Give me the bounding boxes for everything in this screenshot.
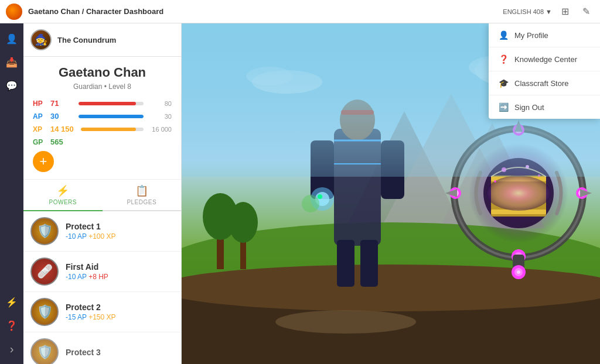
ap-bar-fill xyxy=(79,115,144,118)
ap-label: AP xyxy=(33,112,50,121)
hp-value: 71 xyxy=(50,99,74,108)
svg-point-29 xyxy=(302,195,319,212)
profile-icon: 👤 xyxy=(498,30,509,40)
svg-point-32 xyxy=(513,124,524,136)
pledges-tab-icon: 📋 xyxy=(135,184,149,197)
nav-help[interactable]: ❓ xyxy=(1,315,22,336)
xp-bar-fill xyxy=(81,128,136,131)
svg-point-53 xyxy=(494,180,496,183)
ap-value: 30 xyxy=(50,112,74,121)
xp-bar-bg xyxy=(81,128,144,131)
sidebar: 🧙 The Conundrum Gaetano Chan Guardian • … xyxy=(23,23,182,364)
svg-rect-17 xyxy=(334,129,381,246)
add-button[interactable]: + xyxy=(33,151,54,172)
breadcrumb-character[interactable]: Gaetano Chan xyxy=(28,7,80,16)
user-menu-button[interactable]: ✎ xyxy=(578,4,594,20)
svg-point-33 xyxy=(515,126,522,133)
svg-point-50 xyxy=(502,167,506,172)
hp-max: 80 xyxy=(148,100,172,107)
power-item-firstaid[interactable]: 🩹 First Aid -10 AP +8 HP xyxy=(23,252,181,292)
svg-rect-24 xyxy=(337,240,354,287)
hp-bar-fill xyxy=(79,102,136,105)
svg-point-23 xyxy=(318,194,322,199)
dropdown-label-signout: Sign Out xyxy=(514,103,544,112)
cost-ap-firstaid: -10 AP xyxy=(66,273,87,281)
app-logo xyxy=(6,4,22,20)
main-layout: 👤 📥 💬 ⚡ ❓ › 🧙 The Conundrum Gaetano Chan… xyxy=(0,23,600,364)
dropdown-item-store[interactable]: 🎓 Classcraft Store xyxy=(489,71,600,95)
power-item-protect2[interactable]: 🛡️ Protect 2 -15 AP +150 XP xyxy=(23,292,181,332)
cost-ap-protect1: -10 AP xyxy=(66,232,87,241)
xp-label: XP xyxy=(33,125,50,133)
power-icon-protect1: 🛡️ xyxy=(30,217,59,245)
character-header: 🧙 The Conundrum xyxy=(23,23,181,57)
top-bar-right: ENGLISH 408 ▼ ⊞ ✎ xyxy=(503,4,594,20)
dropdown-item-signout[interactable]: ➡️ Sign Out xyxy=(489,95,600,119)
cost-xp-protect1: +100 XP xyxy=(88,232,115,241)
xp-max: 16 000 xyxy=(148,126,172,133)
svg-marker-40 xyxy=(514,120,523,132)
knowledge-icon: ❓ xyxy=(498,54,509,64)
power-cost-protect2: -15 AP +150 XP xyxy=(66,313,174,321)
svg-point-51 xyxy=(526,165,529,169)
ap-bar-bg xyxy=(79,115,144,118)
tab-powers-label: POWERS xyxy=(49,199,77,205)
ap-max: 30 xyxy=(148,113,172,120)
nav-expand[interactable]: › xyxy=(1,338,22,359)
power-icon-protect3: 🛡️ xyxy=(30,338,59,364)
power-name-protect3: Protect 3 xyxy=(66,348,174,357)
svg-rect-26 xyxy=(341,110,374,115)
tabs-row: ⚡ POWERS 📋 PLEDGES xyxy=(23,180,181,211)
power-info-protect2: Protect 2 -15 AP +150 XP xyxy=(66,303,174,321)
nav-chat[interactable]: 💬 xyxy=(1,75,22,96)
hp-label: HP xyxy=(33,99,50,108)
tab-pledges[interactable]: 📋 PLEDGES xyxy=(103,180,182,210)
avatar: 🧙 xyxy=(30,29,52,50)
nav-profile[interactable]: 👤 xyxy=(1,28,22,49)
store-icon: 🎓 xyxy=(498,78,509,88)
dropdown-label-knowledge: Knowledge Center xyxy=(514,55,577,64)
character-header-name: The Conundrum xyxy=(57,36,116,44)
svg-rect-20 xyxy=(381,140,404,199)
nav-powers[interactable]: ⚡ xyxy=(1,291,22,313)
cost-ap-protect2: -15 AP xyxy=(66,313,87,321)
main-content: 👤 My Profile ❓ Knowledge Center 🎓 Classc… xyxy=(182,23,600,364)
power-info-protect3: Protect 3 xyxy=(66,348,174,357)
svg-rect-25 xyxy=(360,240,378,287)
dropdown-menu: 👤 My Profile ❓ Knowledge Center 🎓 Classc… xyxy=(489,23,600,119)
power-name-firstaid: First Aid xyxy=(66,262,174,272)
dropdown-label-store: Classcraft Store xyxy=(514,79,568,88)
svg-point-4 xyxy=(252,70,322,94)
power-info-firstaid: First Aid -10 AP +8 HP xyxy=(66,262,174,281)
grid-icon-button[interactable]: ⊞ xyxy=(557,4,573,20)
breadcrumb-page: Character Dashboard xyxy=(86,7,163,16)
svg-point-5 xyxy=(246,67,293,85)
svg-point-57 xyxy=(517,270,520,274)
power-item-protect3[interactable]: 🛡️ Protect 3 xyxy=(23,332,181,364)
power-name-protect1: Protect 1 xyxy=(66,222,174,231)
power-item-protect1[interactable]: 🛡️ Protect 1 -10 AP +100 XP xyxy=(23,211,181,252)
powers-tab-icon: ⚡ xyxy=(56,184,70,197)
cost-xp-protect2: +150 XP xyxy=(88,313,115,321)
gp-label: GP xyxy=(33,138,50,146)
character-sub: Guardian • Level 8 xyxy=(33,83,172,91)
tab-powers[interactable]: ⚡ POWERS xyxy=(23,180,103,211)
gp-row: GP 565 xyxy=(33,138,172,146)
character-name: Gaetano Chan xyxy=(33,65,172,80)
power-cost-firstaid: -10 AP +8 HP xyxy=(66,273,174,281)
svg-point-11 xyxy=(182,265,600,311)
language-selector[interactable]: ENGLISH 408 ▼ xyxy=(503,8,552,15)
dropdown-item-profile[interactable]: 👤 My Profile xyxy=(489,23,600,47)
top-bar: Gaetano Chan / Character Dashboard ENGLI… xyxy=(0,0,600,23)
nav-inbox[interactable]: 📥 xyxy=(1,51,22,73)
cost-hp-firstaid: +8 HP xyxy=(88,273,108,281)
ap-row: AP 30 30 xyxy=(33,112,172,121)
dropdown-item-knowledge[interactable]: ❓ Knowledge Center xyxy=(489,47,600,71)
xp-row: XP 14 150 16 000 xyxy=(33,125,172,133)
left-nav: 👤 📥 💬 ⚡ ❓ › xyxy=(0,23,23,364)
power-icon-protect2: 🛡️ xyxy=(30,298,59,326)
power-info-protect1: Protect 1 -10 AP +100 XP xyxy=(66,222,174,241)
power-cost-protect1: -10 AP +100 XP xyxy=(66,232,174,241)
hp-row: HP 71 80 xyxy=(33,99,172,108)
gp-value: 565 xyxy=(50,138,74,146)
